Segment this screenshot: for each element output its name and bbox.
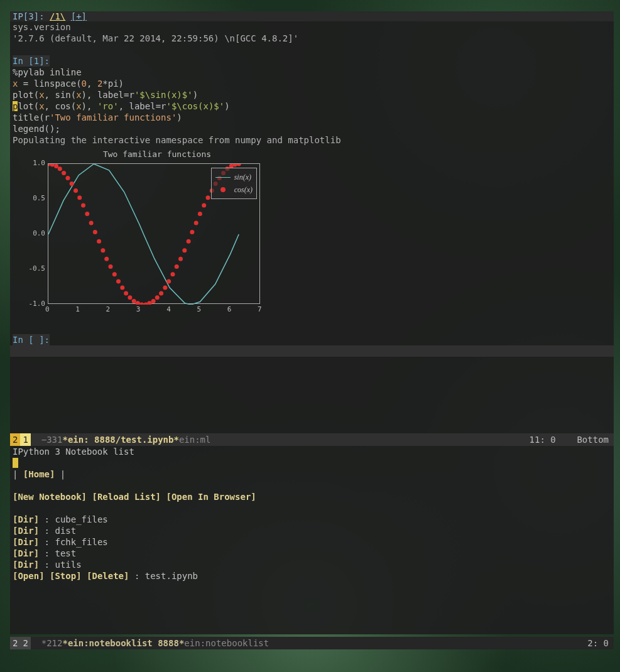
xtick: 6: [227, 305, 232, 313]
notebook-buffer[interactable]: IP[3]: /1\ [+] sys.version '2.7.6 (defau…: [10, 11, 614, 433]
svg-point-20: [124, 291, 128, 296]
svg-point-30: [163, 286, 167, 290]
ytick: 1.0: [28, 159, 45, 167]
buffer-name: *ein:notebooklist 8888*: [62, 638, 184, 648]
file-entry: [Open] [Stop] [Delete] : test.ipynb: [13, 570, 611, 582]
dir-name[interactable]: utils: [55, 560, 81, 570]
chart-title: Two familiar functions: [50, 149, 264, 161]
empty-cell[interactable]: [10, 345, 614, 357]
code-line[interactable]: x = linspace(0, 2*pi): [10, 78, 614, 89]
svg-point-34: [178, 257, 183, 261]
svg-point-22: [132, 299, 136, 303]
open-browser-button[interactable]: [Open In Browser]: [166, 492, 256, 502]
legend-line-icon: [215, 177, 231, 178]
dir-name[interactable]: test: [55, 548, 76, 558]
nblist-title: IPython 3 Notebook list: [13, 446, 611, 457]
dir-button[interactable]: [Dir]: [13, 548, 39, 558]
new-notebook-button[interactable]: [New Notebook]: [13, 492, 87, 502]
dir-entry: [Dir] : test: [13, 548, 611, 559]
xtick: 1: [75, 305, 80, 313]
modeline-notebooklist: 22 * 212 *ein:notebooklist 8888* ein:not…: [10, 637, 614, 649]
dir-button[interactable]: [Dir]: [13, 514, 39, 524]
svg-point-10: [85, 212, 89, 216]
ytick: -0.5: [28, 264, 45, 273]
dir-entry: [Dir] : utils: [13, 559, 611, 570]
svg-point-24: [139, 303, 144, 305]
svg-point-9: [81, 203, 85, 208]
open-file-button[interactable]: [Open]: [13, 571, 45, 581]
file-name[interactable]: test.ipynb: [145, 571, 198, 581]
dir-entry: [Dir] : cube_files: [13, 514, 611, 525]
reload-list-button[interactable]: [Reload List]: [92, 492, 161, 502]
dir-button[interactable]: [Dir]: [13, 560, 39, 570]
legend-label: cos(x): [234, 185, 253, 195]
code-line[interactable]: %pylab inline: [10, 67, 614, 78]
ytick: -1.0: [28, 300, 45, 308]
svg-point-2: [54, 164, 58, 168]
xtick: 4: [166, 305, 171, 313]
svg-point-38: [194, 221, 199, 225]
svg-point-6: [70, 182, 74, 186]
modeline-notebook: 21 − 331 *ein: 8888/test.ipynb* ein:ml 1…: [10, 433, 614, 446]
svg-point-32: [171, 272, 175, 276]
svg-point-13: [97, 239, 101, 244]
add-kernel[interactable]: [+]: [71, 11, 87, 21]
dir-button[interactable]: [Dir]: [13, 537, 39, 547]
stop-file-button[interactable]: [Stop]: [50, 571, 82, 581]
kernel-tab[interactable]: /1\: [50, 11, 65, 21]
svg-point-3: [58, 166, 62, 171]
dir-name[interactable]: dist: [55, 526, 76, 536]
stdout-line: Populating the interactive namespace fro…: [10, 134, 614, 146]
in-prompt-1: In [1]:: [10, 55, 614, 67]
delete-file-button[interactable]: [Delete]: [87, 571, 129, 581]
svg-point-19: [120, 286, 124, 290]
plot-axes: sin(x) cos(x): [48, 163, 260, 304]
home-link[interactable]: [Home]: [23, 469, 55, 479]
svg-point-27: [151, 299, 156, 303]
ytick: 0.5: [28, 194, 45, 202]
svg-point-18: [116, 279, 121, 284]
svg-point-23: [136, 301, 140, 305]
legend-label: sin(x): [234, 173, 251, 182]
svg-point-21: [128, 295, 132, 300]
dir-name[interactable]: cube_files: [55, 514, 107, 524]
code-line[interactable]: plot(x, cos(x), 'ro', label=r'$\cos(x)$'…: [10, 100, 614, 112]
plot-output: Two familiar functions sin(x) cos(x) -1.…: [13, 149, 264, 325]
svg-point-33: [175, 264, 179, 269]
dir-entry: [Dir] : fchk_files: [13, 536, 611, 548]
dir-button[interactable]: [Dir]: [13, 526, 39, 536]
code-line[interactable]: legend();: [10, 123, 614, 134]
xtick: 0: [45, 305, 50, 313]
svg-point-12: [93, 230, 97, 234]
ip-label: IP[3]:: [13, 11, 45, 21]
svg-point-41: [206, 195, 210, 200]
xtick: 2: [106, 305, 111, 313]
svg-point-37: [190, 230, 194, 234]
svg-point-49: [237, 164, 241, 166]
in-prompt-empty: In [ ]:: [10, 334, 614, 345]
svg-point-8: [77, 195, 82, 200]
svg-point-1: [50, 164, 55, 167]
legend: sin(x) cos(x): [211, 168, 257, 199]
output-line: sys.version: [10, 21, 614, 33]
cursor: [13, 458, 18, 468]
kernel-header: IP[3]: /1\ [+]: [10, 11, 614, 21]
svg-point-17: [112, 272, 117, 276]
svg-point-5: [65, 176, 70, 180]
output-line: '2.7.6 (default, Mar 22 2014, 22:59:56) …: [10, 33, 614, 44]
svg-point-31: [166, 279, 171, 284]
svg-point-35: [182, 248, 187, 252]
svg-point-39: [198, 212, 202, 216]
svg-point-14: [101, 248, 105, 252]
ytick: 0.0: [28, 229, 45, 237]
code-line[interactable]: title(r'Two familiar functions'): [10, 112, 614, 123]
svg-point-26: [147, 301, 151, 305]
legend-dot-icon: [220, 187, 226, 192]
svg-point-29: [159, 291, 163, 296]
notebooklist-buffer[interactable]: IPython 3 Notebook list | [Home] | [New …: [10, 446, 614, 634]
svg-point-7: [73, 188, 78, 193]
code-line[interactable]: plot(x, sin(x), label=r'$\sin(x)$'): [10, 89, 614, 100]
svg-point-36: [187, 239, 191, 244]
xtick: 7: [258, 305, 262, 313]
dir-name[interactable]: fchk_files: [55, 537, 107, 547]
